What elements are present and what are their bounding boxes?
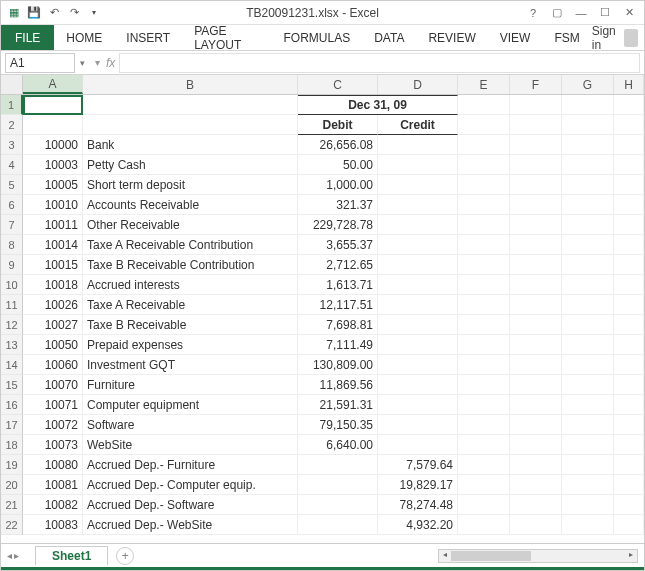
cell[interactable]	[458, 455, 510, 475]
maximize-icon[interactable]: ☐	[594, 4, 616, 22]
cell[interactable]	[510, 215, 562, 235]
cell[interactable]	[562, 435, 614, 455]
account-code[interactable]: 10027	[23, 315, 83, 335]
account-code[interactable]: 10026	[23, 295, 83, 315]
credit-header[interactable]: Credit	[378, 115, 458, 135]
cell[interactable]	[614, 355, 644, 375]
cell[interactable]	[562, 355, 614, 375]
credit-value[interactable]	[378, 335, 458, 355]
account-name[interactable]: Computer equipment	[83, 395, 298, 415]
row-header[interactable]: 4	[1, 155, 23, 175]
account-code[interactable]: 10005	[23, 175, 83, 195]
cell[interactable]	[562, 335, 614, 355]
cell[interactable]	[83, 95, 298, 115]
credit-value[interactable]	[378, 235, 458, 255]
cell[interactable]	[510, 255, 562, 275]
cell[interactable]	[458, 155, 510, 175]
horizontal-scrollbar[interactable]: ◂ ▸	[438, 549, 638, 563]
account-name[interactable]: Investment GQT	[83, 355, 298, 375]
row-header[interactable]: 15	[1, 375, 23, 395]
tab-page-layout[interactable]: PAGE LAYOUT	[182, 25, 271, 50]
cell[interactable]	[510, 95, 562, 115]
cell[interactable]	[562, 415, 614, 435]
cell[interactable]	[458, 95, 510, 115]
tab-insert[interactable]: INSERT	[114, 25, 182, 50]
formula-bar[interactable]	[119, 53, 640, 73]
cell[interactable]	[458, 215, 510, 235]
credit-value[interactable]: 7,579.64	[378, 455, 458, 475]
sheet-tab-1[interactable]: Sheet1	[35, 546, 108, 565]
account-name[interactable]: Prepaid expenses	[83, 335, 298, 355]
tab-formulas[interactable]: FORMULAS	[271, 25, 362, 50]
row-header[interactable]: 6	[1, 195, 23, 215]
debit-value[interactable]: 7,111.49	[298, 335, 378, 355]
period-header[interactable]: Dec 31, 09	[298, 95, 458, 115]
cell[interactable]	[510, 275, 562, 295]
account-name[interactable]: Taxe A Receivable Contribution	[83, 235, 298, 255]
account-name[interactable]: Accrued Dep.- Software	[83, 495, 298, 515]
debit-value[interactable]: 11,869.56	[298, 375, 378, 395]
cell[interactable]	[562, 155, 614, 175]
save-icon[interactable]: 💾	[25, 4, 43, 22]
redo-icon[interactable]: ↷	[65, 4, 83, 22]
close-icon[interactable]: ✕	[618, 4, 640, 22]
cell[interactable]	[562, 255, 614, 275]
cell[interactable]	[562, 175, 614, 195]
cell[interactable]	[458, 175, 510, 195]
cell[interactable]	[562, 475, 614, 495]
credit-value[interactable]	[378, 255, 458, 275]
row-header[interactable]: 12	[1, 315, 23, 335]
account-code[interactable]: 10073	[23, 435, 83, 455]
account-name[interactable]: Other Receivable	[83, 215, 298, 235]
debit-value[interactable]	[298, 495, 378, 515]
cell[interactable]	[510, 375, 562, 395]
select-all-corner[interactable]	[1, 75, 23, 94]
row-header[interactable]: 1	[1, 95, 23, 115]
col-header-h[interactable]: H	[614, 75, 644, 94]
cell[interactable]	[614, 295, 644, 315]
qat-dropdown-icon[interactable]: ▾	[85, 4, 103, 22]
cell[interactable]	[458, 395, 510, 415]
cell[interactable]	[458, 495, 510, 515]
cell[interactable]	[614, 215, 644, 235]
scroll-thumb[interactable]	[451, 551, 531, 561]
cell[interactable]	[510, 515, 562, 535]
cell[interactable]	[458, 315, 510, 335]
cell[interactable]	[614, 435, 644, 455]
row-header[interactable]: 20	[1, 475, 23, 495]
account-code[interactable]: 10070	[23, 375, 83, 395]
account-code[interactable]: 10003	[23, 155, 83, 175]
debit-value[interactable]: 79,150.35	[298, 415, 378, 435]
cell[interactable]	[562, 315, 614, 335]
scroll-right-icon[interactable]: ▸	[625, 550, 637, 562]
debit-value[interactable]: 1,613.71	[298, 275, 378, 295]
debit-value[interactable]	[298, 455, 378, 475]
credit-value[interactable]	[378, 375, 458, 395]
account-name[interactable]: Short term deposit	[83, 175, 298, 195]
row-header[interactable]: 5	[1, 175, 23, 195]
credit-value[interactable]	[378, 175, 458, 195]
name-box[interactable]: A1	[5, 53, 75, 73]
undo-icon[interactable]: ↶	[45, 4, 63, 22]
cell[interactable]	[614, 95, 644, 115]
cell[interactable]	[614, 275, 644, 295]
cell[interactable]	[510, 455, 562, 475]
sheet-nav-next-icon[interactable]: ▸	[14, 550, 19, 561]
cell[interactable]	[510, 415, 562, 435]
account-code[interactable]: 10015	[23, 255, 83, 275]
account-name[interactable]: Taxe A Receivable	[83, 295, 298, 315]
cell[interactable]	[458, 295, 510, 315]
account-name[interactable]: Taxe B Receivable Contribution	[83, 255, 298, 275]
credit-value[interactable]	[378, 415, 458, 435]
account-code[interactable]: 10050	[23, 335, 83, 355]
account-code[interactable]: 10060	[23, 355, 83, 375]
account-name[interactable]: Accrued Dep.- Furniture	[83, 455, 298, 475]
row-header[interactable]: 11	[1, 295, 23, 315]
cell-a1[interactable]	[23, 95, 83, 115]
cell[interactable]	[510, 335, 562, 355]
cell[interactable]	[614, 255, 644, 275]
credit-value[interactable]	[378, 355, 458, 375]
debit-value[interactable]: 130,809.00	[298, 355, 378, 375]
cell[interactable]	[614, 115, 644, 135]
account-code[interactable]: 10072	[23, 415, 83, 435]
